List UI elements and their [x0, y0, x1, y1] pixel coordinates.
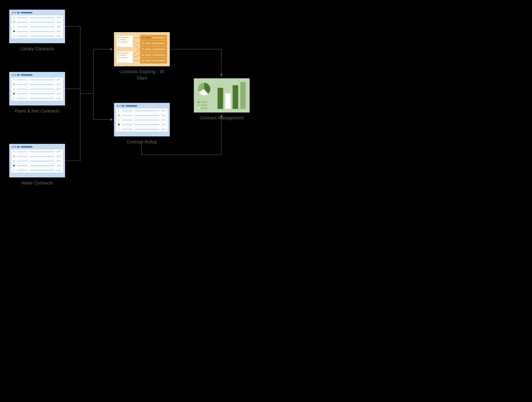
diagram-canvas: Library Contracts Parks & Rec Contracts — [0, 0, 266, 201]
merge-lines-icon — [133, 35, 140, 64]
node-contract-rollup — [114, 103, 170, 136]
node-contract-management — [194, 78, 250, 112]
node-water-contracts — [9, 144, 65, 177]
merged-list — [140, 35, 167, 64]
card-rows — [11, 15, 63, 38]
card-header — [11, 74, 63, 78]
card-header — [11, 12, 63, 15]
card-rows — [116, 109, 168, 132]
node-parks-contracts — [9, 72, 65, 105]
label-rollup: Contract Rollup — [114, 139, 170, 145]
label-dashboard: Contract Management — [194, 115, 250, 121]
label-parks: Parks & Rec Contracts — [9, 108, 65, 114]
label-library: Library Contracts — [9, 46, 65, 52]
card-rows — [11, 149, 63, 173]
card-header — [11, 146, 63, 149]
card-header — [116, 105, 168, 109]
label-expiring: Contracts Expiring - 30 Days — [114, 69, 170, 81]
card-rows — [11, 78, 63, 101]
label-water: Water Contracts — [9, 180, 65, 186]
pie-chart-icon — [198, 83, 210, 95]
bar-chart-icon — [217, 82, 246, 109]
node-contracts-expiring — [114, 32, 170, 66]
node-library-contracts — [9, 10, 65, 43]
legend-icon — [198, 101, 214, 109]
mini-source-cards — [117, 35, 133, 64]
